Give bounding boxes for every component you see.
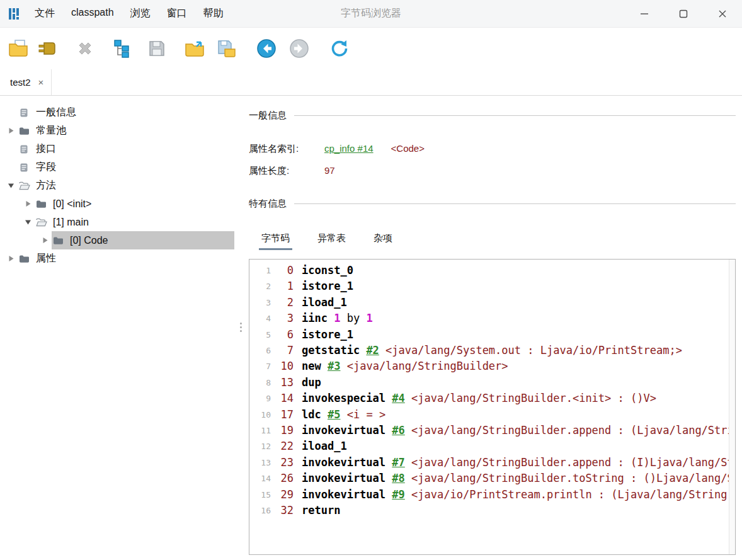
line-number: 1: [254, 263, 271, 278]
bytecode-listing[interactable]: 10iconst_021istore_132iload_143iinc 1 by…: [249, 260, 729, 554]
bytecode-line: 1426invokevirtual #8 <java/lang/StringBu…: [254, 471, 729, 486]
app-window: 文件classpath浏览窗口帮助 字节码浏览器 test2× 一般信息常量池接…: [0, 0, 742, 560]
line-number: 4: [254, 311, 271, 326]
line-number: 14: [254, 471, 271, 486]
bytecode-line: 32iload_1: [254, 295, 729, 311]
menu-item-browse[interactable]: 浏览: [122, 4, 159, 23]
save-as-icon[interactable]: [214, 37, 238, 60]
line-number: 8: [254, 375, 271, 391]
bytecode-offset: 29: [272, 487, 294, 503]
menu-item-classpath[interactable]: classpath: [63, 4, 122, 23]
menu-item-file[interactable]: 文件: [26, 4, 63, 23]
document-tab-test2[interactable]: test2×: [0, 69, 52, 95]
folder-closed-icon: [19, 127, 33, 135]
info-card-icon: [19, 163, 33, 173]
tree-chevron-down-icon[interactable]: [21, 219, 35, 226]
tree-item-body[interactable]: 一般信息: [18, 103, 234, 122]
info-card-icon: [19, 108, 33, 118]
forward-icon[interactable]: [287, 37, 311, 60]
divider-grip-icon[interactable]: [240, 323, 242, 332]
opcode-mnemonic: iload_1: [302, 296, 347, 309]
constant-pool-ref-link[interactable]: #7: [392, 456, 404, 469]
constant-pool-ref-link[interactable]: #8: [392, 472, 404, 484]
tab-close-icon[interactable]: ×: [38, 77, 44, 87]
bytecode-line: 914invokespecial #4 <java/lang/StringBui…: [254, 391, 729, 406]
bytecode-line: 1632return: [254, 503, 729, 518]
bytecode-offset: 32: [272, 503, 294, 518]
constant-pool-ref-link[interactable]: #5: [328, 408, 340, 421]
info-card-icon: [19, 144, 33, 154]
tree-chevron-right-icon[interactable]: [21, 200, 35, 207]
tree-item-body[interactable]: [0] <init>: [35, 195, 234, 213]
constant-pool-entry-link[interactable]: cp_info #14: [324, 143, 374, 154]
tree-item[interactable]: 属性: [0, 249, 239, 268]
detail-tab[interactable]: 杂项: [371, 227, 395, 250]
detail-tab[interactable]: 异常表: [315, 227, 348, 250]
line-number: 15: [254, 487, 271, 503]
tree-item[interactable]: 字段: [0, 158, 239, 176]
open-class-file-icon[interactable]: [6, 37, 30, 60]
tree-chevron-down-icon[interactable]: [4, 182, 18, 189]
line-number: 11: [254, 423, 271, 438]
tree-item-body[interactable]: 方法: [18, 176, 234, 195]
tree-structure-icon[interactable]: [111, 37, 135, 60]
instruction: iconst_0: [302, 263, 353, 278]
tree-item-label: 常量池: [36, 124, 66, 137]
folder-closed-icon: [19, 254, 33, 263]
close-button[interactable]: [703, 0, 742, 28]
section-title: 一般信息: [249, 110, 287, 122]
constant-pool-ref-link[interactable]: #6: [392, 424, 404, 437]
tree-item-body[interactable]: 常量池: [18, 122, 234, 140]
tree-item[interactable]: 接口: [0, 140, 239, 158]
tree-item-body[interactable]: 接口: [18, 140, 234, 158]
instruction: return: [302, 503, 340, 518]
save-icon[interactable]: [145, 37, 169, 60]
bytecode-offset: 17: [272, 407, 294, 423]
tree-chevron-right-icon[interactable]: [4, 127, 18, 134]
tree-item[interactable]: [0] Code: [0, 231, 239, 249]
tree-selection[interactable]: [0] Code: [52, 231, 234, 249]
reload-icon[interactable]: [328, 37, 351, 60]
constant-pool-ref-link[interactable]: #4: [392, 392, 404, 404]
opcode-mnemonic: return: [302, 504, 340, 517]
opcode-mnemonic: getstatic: [302, 344, 360, 357]
tree-chevron-right-icon[interactable]: [38, 237, 52, 244]
tree-item[interactable]: 方法: [0, 176, 239, 195]
tree-item[interactable]: 常量池: [0, 122, 239, 140]
menu-item-window[interactable]: 窗口: [159, 4, 195, 23]
close-file-icon[interactable]: [73, 37, 97, 60]
constant-pool-ref-link[interactable]: #2: [366, 344, 379, 357]
tree-item-label: 属性: [36, 252, 56, 265]
opcode-mnemonic: new: [302, 360, 321, 372]
back-icon[interactable]: [254, 37, 278, 60]
constant-pool-ref-link[interactable]: #3: [328, 360, 340, 372]
bytecode-offset: 19: [272, 423, 294, 438]
operand-descriptor: <java/lang/System.out : Ljava/io/PrintSt…: [385, 344, 682, 357]
attribute-name-label: 属性名索引:: [249, 143, 324, 155]
minimize-button[interactable]: [625, 0, 664, 28]
attribute-name-row: 属性名索引: cp_info #14 <Code>: [249, 143, 736, 155]
bytecode-line: 1323invokevirtual #7 <java/lang/StringBu…: [254, 455, 729, 471]
bytecode-line: 10iconst_0: [254, 263, 729, 278]
section-divider-line: [294, 203, 736, 204]
bytecode-offset: 10: [272, 358, 294, 374]
vertical-scrollbar[interactable]: [729, 260, 735, 554]
constant-pool-ref-link[interactable]: #9: [392, 488, 404, 501]
title-bar: 文件classpath浏览窗口帮助 字节码浏览器: [0, 0, 742, 28]
tree-item-body[interactable]: 字段: [18, 158, 234, 176]
open-folder-icon[interactable]: [183, 37, 207, 60]
menu-item-help[interactable]: 帮助: [195, 4, 232, 23]
operand-text: by: [347, 312, 360, 324]
tree-item[interactable]: [1] main: [0, 213, 239, 231]
bytecode-offset: 13: [272, 375, 294, 391]
classpath-icon[interactable]: [35, 37, 59, 60]
tree-chevron-right-icon[interactable]: [4, 255, 18, 262]
detail-tab-active[interactable]: 字节码: [259, 227, 292, 250]
tree-item[interactable]: 一般信息: [0, 103, 239, 122]
bytecode-line: 1222iload_1: [254, 438, 729, 454]
tree-item[interactable]: [0] <init>: [0, 195, 239, 213]
tree-item-body[interactable]: 属性: [18, 249, 234, 268]
tree-item-body[interactable]: [1] main: [35, 213, 234, 231]
maximize-button[interactable]: [664, 0, 703, 28]
split-divider[interactable]: [239, 96, 249, 560]
